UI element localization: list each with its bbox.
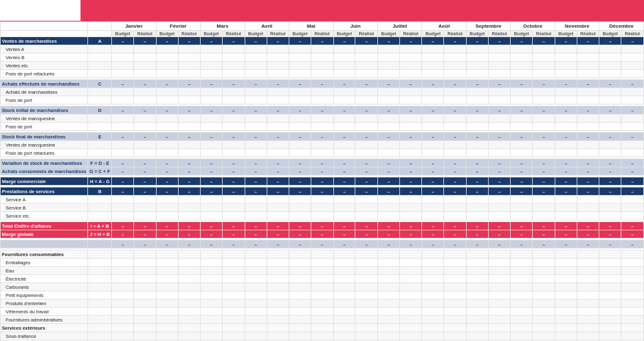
- data-cell-11[interactable]: –: [355, 159, 378, 167]
- data-cell-4[interactable]: –: [201, 240, 223, 249]
- data-cell-9[interactable]: –: [311, 187, 334, 196]
- data-cell-7[interactable]: –: [267, 80, 289, 88]
- data-cell-2[interactable]: –: [156, 230, 178, 238]
- data-cell-2[interactable]: –: [156, 222, 178, 230]
- data-cell-9[interactable]: –: [311, 133, 334, 141]
- data-cell-5[interactable]: –: [223, 80, 245, 88]
- data-cell-15[interactable]: –: [444, 222, 467, 230]
- data-cell-10[interactable]: –: [333, 240, 355, 249]
- data-cell-23[interactable]: –: [621, 167, 644, 176]
- data-cell-7[interactable]: –: [267, 167, 289, 176]
- data-cell-17[interactable]: –: [488, 106, 511, 115]
- data-cell-20[interactable]: –: [555, 187, 577, 196]
- data-cell-20[interactable]: –: [555, 240, 577, 249]
- data-cell-12[interactable]: –: [377, 167, 399, 176]
- data-cell-21[interactable]: –: [577, 37, 599, 45]
- data-cell-0[interactable]: –: [112, 222, 134, 230]
- data-cell-5[interactable]: –: [223, 230, 245, 238]
- data-cell-21[interactable]: –: [577, 177, 599, 186]
- data-cell-17[interactable]: –: [488, 133, 511, 141]
- data-cell-13[interactable]: –: [399, 240, 422, 249]
- data-cell-15[interactable]: –: [444, 230, 467, 238]
- data-cell-16[interactable]: –: [466, 80, 488, 88]
- data-cell-12[interactable]: –: [377, 37, 399, 45]
- table-wrapper[interactable]: Janvier Février Mars Avril Mai Juin Juil…: [0, 21, 644, 341]
- data-cell-9[interactable]: –: [311, 159, 334, 167]
- data-cell-23[interactable]: –: [621, 80, 644, 88]
- data-cell-1[interactable]: –: [134, 177, 157, 186]
- data-cell-10[interactable]: –: [333, 222, 355, 230]
- data-cell-1[interactable]: –: [134, 133, 157, 141]
- data-cell-2[interactable]: –: [156, 240, 178, 249]
- data-cell-22[interactable]: –: [599, 106, 621, 115]
- data-cell-3[interactable]: –: [178, 167, 201, 176]
- data-cell-7[interactable]: –: [267, 187, 289, 196]
- data-cell-17[interactable]: –: [488, 177, 511, 186]
- data-cell-17[interactable]: –: [488, 37, 511, 45]
- data-cell-8[interactable]: –: [289, 80, 311, 88]
- data-cell-13[interactable]: –: [399, 222, 422, 230]
- data-cell-6[interactable]: –: [245, 133, 267, 141]
- data-cell-17[interactable]: –: [488, 240, 511, 249]
- data-cell-18[interactable]: –: [511, 106, 533, 115]
- data-cell-11[interactable]: –: [355, 80, 378, 88]
- data-cell-13[interactable]: –: [399, 80, 422, 88]
- data-cell-16[interactable]: –: [466, 167, 488, 176]
- data-cell-16[interactable]: –: [466, 187, 488, 196]
- data-cell-0[interactable]: –: [112, 187, 134, 196]
- data-cell-3[interactable]: –: [178, 133, 201, 141]
- data-cell-16[interactable]: –: [466, 222, 488, 230]
- data-cell-9[interactable]: –: [311, 167, 334, 176]
- data-cell-18[interactable]: –: [511, 37, 533, 45]
- data-cell-16[interactable]: –: [466, 133, 488, 141]
- data-cell-18[interactable]: –: [511, 222, 533, 230]
- data-cell-1[interactable]: –: [134, 187, 157, 196]
- data-cell-12[interactable]: –: [377, 177, 399, 186]
- data-cell-23[interactable]: –: [621, 133, 644, 141]
- data-cell-12[interactable]: –: [377, 230, 399, 238]
- data-cell-2[interactable]: –: [156, 106, 178, 115]
- data-cell-5[interactable]: –: [223, 187, 245, 196]
- data-cell-7[interactable]: –: [267, 159, 289, 167]
- data-cell-13[interactable]: –: [399, 106, 422, 115]
- data-cell-19[interactable]: –: [533, 133, 555, 141]
- data-cell-21[interactable]: –: [577, 106, 599, 115]
- data-cell-19[interactable]: –: [533, 37, 555, 45]
- data-cell-7[interactable]: –: [267, 37, 289, 45]
- data-cell-20[interactable]: –: [555, 133, 577, 141]
- data-cell-12[interactable]: –: [377, 222, 399, 230]
- data-cell-1[interactable]: –: [134, 240, 157, 249]
- data-cell-11[interactable]: –: [355, 177, 378, 186]
- data-cell-19[interactable]: –: [533, 177, 555, 186]
- data-cell-18[interactable]: –: [511, 159, 533, 167]
- data-cell-16[interactable]: –: [466, 37, 488, 45]
- data-cell-0[interactable]: –: [112, 159, 134, 167]
- data-cell-8[interactable]: –: [289, 177, 311, 186]
- data-cell-22[interactable]: –: [599, 37, 621, 45]
- data-cell-8[interactable]: –: [289, 240, 311, 249]
- data-cell-12[interactable]: –: [377, 133, 399, 141]
- data-cell-15[interactable]: –: [444, 167, 467, 176]
- data-cell-2[interactable]: –: [156, 133, 178, 141]
- data-cell-2[interactable]: –: [156, 177, 178, 186]
- data-cell-21[interactable]: –: [577, 230, 599, 238]
- data-cell-8[interactable]: –: [289, 187, 311, 196]
- data-cell-0[interactable]: –: [112, 177, 134, 186]
- data-cell-16[interactable]: –: [466, 177, 488, 186]
- data-cell-8[interactable]: –: [289, 37, 311, 45]
- data-cell-22[interactable]: –: [599, 80, 621, 88]
- data-cell-5[interactable]: –: [223, 133, 245, 141]
- data-cell-3[interactable]: –: [178, 240, 201, 249]
- data-cell-0[interactable]: –: [112, 167, 134, 176]
- data-cell-17[interactable]: –: [488, 167, 511, 176]
- data-cell-13[interactable]: –: [399, 187, 422, 196]
- data-cell-14[interactable]: –: [422, 133, 444, 141]
- data-cell-15[interactable]: –: [444, 133, 467, 141]
- data-cell-5[interactable]: –: [223, 106, 245, 115]
- data-cell-23[interactable]: –: [621, 37, 644, 45]
- data-cell-11[interactable]: –: [355, 240, 378, 249]
- data-cell-11[interactable]: –: [355, 167, 378, 176]
- data-cell-3[interactable]: –: [178, 37, 201, 45]
- data-cell-12[interactable]: –: [377, 106, 399, 115]
- data-cell-15[interactable]: –: [444, 177, 467, 186]
